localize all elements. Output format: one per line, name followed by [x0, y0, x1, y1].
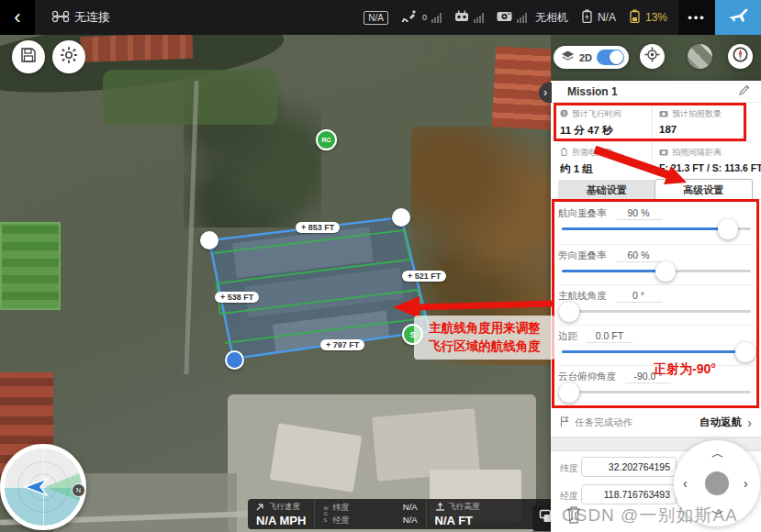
slider-knob[interactable] [559, 302, 579, 322]
map-mode-toggle[interactable]: 2D [554, 46, 629, 69]
side-overlap-value-field[interactable]: 60 % [616, 249, 662, 262]
satellite-status: 0 [401, 10, 442, 26]
polygon-vertex-handle[interactable] [392, 208, 410, 227]
margin-slider[interactable] [562, 350, 751, 353]
map-2d-toggle-switch[interactable] [597, 50, 624, 65]
camera-icon [497, 11, 512, 25]
layers-icon [561, 50, 575, 66]
edit-mission-name-icon[interactable] [738, 83, 750, 100]
stat-battery-count: 所需电池数 约 1 组 [560, 147, 652, 176]
finish-action-row[interactable]: 任务完成动作 自动返航 › [551, 407, 761, 437]
stat-flight-time: 预计飞行时间 11 分 47 秒 [560, 108, 652, 138]
mission-settings-button[interactable] [52, 40, 85, 73]
flight-altitude-block: 飞行高度 N/A FT [426, 499, 488, 529]
rc-location-marker: RC [316, 129, 337, 150]
annotation-route-note: 主航线角度用来调整 飞行区域的航线角度 [414, 316, 555, 360]
slider-knob[interactable] [559, 382, 579, 403]
satellite-icon [401, 10, 417, 26]
clock-icon [560, 109, 568, 119]
gps-mode-badge: N/A [364, 11, 388, 25]
edge-length-label[interactable]: + 521 FT [402, 271, 446, 282]
side-overlap-slider[interactable] [562, 270, 751, 272]
connection-label: 无连接 [74, 9, 110, 26]
aircraft-battery-icon [581, 9, 593, 26]
map-layer-preview-button[interactable] [688, 44, 712, 69]
gps-coords-block: WGS 纬度N/A 经度N/A [314, 499, 425, 529]
annotation-gimbal-note: 正射为-90° [654, 361, 716, 378]
tab-basic-settings[interactable]: 基础设置 [558, 180, 655, 200]
front-overlap-slider[interactable] [562, 227, 751, 230]
nudge-left-icon[interactable]: ‹ [683, 476, 688, 491]
altitude-icon [435, 502, 445, 513]
stat-battery-count-value: 约 1 组 [560, 162, 652, 176]
telemetry-lat-value: N/A [403, 502, 418, 514]
save-mission-button[interactable] [12, 40, 45, 73]
slider-side-overlap: 旁向重叠率 60 % [558, 246, 755, 284]
polygon-vertex-handle-selected[interactable] [225, 350, 244, 370]
edge-length-label[interactable]: + 538 FT [215, 292, 259, 303]
map-campus-building-1 [232, 227, 374, 278]
top-status-bar: ‹ 无连接 N/A 0 无相机 [0, 0, 761, 35]
polygon-vertex-handle[interactable] [200, 231, 218, 249]
settings-tabs: 基础设置 高级设置 [558, 180, 752, 200]
stat-photo-count-value: 187 [659, 124, 751, 135]
compass-reset-button[interactable] [728, 44, 753, 69]
flight-speed-value: N/A MPH [256, 514, 306, 527]
camera-status-label: 无相机 [535, 10, 568, 26]
slider-label: 边距 [558, 330, 577, 343]
aircraft-connection-status: 无连接 [51, 9, 110, 26]
drone-icon [51, 10, 70, 26]
slider-front-overlap: 航向重叠率 90 % [558, 204, 755, 242]
map-soccer-field [0, 222, 61, 310]
edge-length-label[interactable]: + 797 FT [320, 339, 364, 350]
gimbal-pitch-slider[interactable] [562, 391, 751, 393]
nudge-center-dot[interactable] [705, 471, 729, 495]
compass-needle-icon [733, 47, 748, 66]
crosshair-icon [644, 47, 660, 66]
slider-label: 旁向重叠率 [558, 249, 607, 262]
stat-photo-interval-value: F: 21.3 FT / S: 113.6 FT [659, 162, 758, 173]
telemetry-bar: 飞行速度 N/A MPH WGS 纬度N/A 经度N/A 飞行高度 N/A FT [248, 499, 558, 529]
slider-route-angle: 主航线角度 0 ° [558, 286, 755, 325]
rc-signal-status [454, 10, 484, 25]
front-overlap-value-field[interactable]: 90 % [616, 207, 662, 220]
route-angle-value-field[interactable]: 0 ° [616, 290, 662, 303]
latitude-field[interactable]: 32.202764195 [581, 457, 677, 477]
rc-signal-bars-icon [474, 13, 484, 23]
stat-photo-count: 预计拍照数量 187 [659, 108, 751, 135]
nudge-right-icon[interactable]: › [744, 476, 748, 491]
stat-photo-interval: 拍照间隔距离 F: 21.3 FT / S: 113.6 FT [659, 147, 758, 173]
save-icon [20, 47, 37, 67]
map-park [103, 70, 277, 125]
locate-me-button[interactable] [640, 44, 665, 69]
longitude-field[interactable]: 118.716763493 [581, 484, 677, 504]
camera-signal-bars-icon [517, 13, 527, 23]
slider-label: 主航线角度 [558, 290, 607, 303]
panel-header: Mission 1 [551, 81, 761, 103]
aircraft-heading-icon [23, 474, 54, 504]
more-menu-button[interactable]: ••• [678, 0, 715, 35]
interval-camera-icon [659, 149, 668, 158]
aircraft-battery-value: N/A [598, 11, 616, 24]
takeoff-button[interactable] [715, 0, 761, 35]
gps-signal-bars-icon [431, 13, 442, 23]
csdn-watermark: CSDN @一别如斯AA [562, 504, 738, 527]
map-roofs-topleft [81, 35, 194, 62]
longitude-label: 经度 [560, 490, 578, 503]
edge-length-label[interactable]: + 853 FT [296, 222, 340, 233]
slider-knob[interactable] [718, 219, 738, 239]
photo-icon [659, 110, 668, 119]
route-angle-slider[interactable] [562, 310, 751, 313]
mission-settings-panel: › Mission 1 预计飞行时间 11 分 47 秒 预计拍照数量 187 [551, 81, 761, 532]
margin-value-field[interactable]: 0.0 FT [587, 330, 632, 343]
slider-knob[interactable] [655, 261, 676, 282]
back-button[interactable]: ‹ [0, 0, 35, 35]
finish-action-label: 任务完成动作 [575, 416, 632, 429]
telemetry-lng-value: N/A [403, 515, 418, 526]
tab-advanced-settings[interactable]: 高级设置 [655, 179, 754, 201]
mission-title: Mission 1 [567, 85, 618, 98]
chevron-right-icon: › [747, 416, 752, 430]
slider-knob[interactable] [735, 342, 755, 362]
nudge-up-icon[interactable]: ︿ [711, 446, 724, 462]
speed-arrow-icon [256, 502, 265, 513]
